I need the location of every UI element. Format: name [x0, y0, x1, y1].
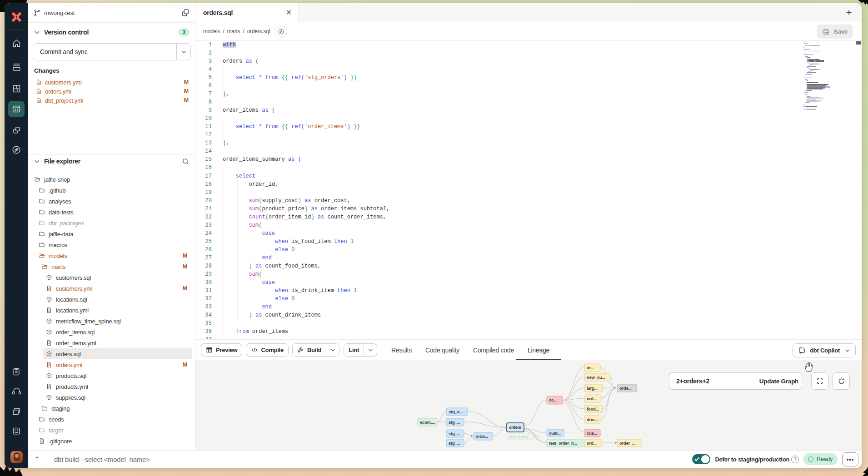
- svg-text:food...: food...: [587, 407, 599, 412]
- svg-text:order_...: order_...: [619, 441, 635, 446]
- svg-text:new_cu...: new_cu...: [587, 375, 605, 380]
- svg-text:or...: or...: [587, 365, 594, 370]
- svg-text:test_supply...: test_supply...: [510, 435, 531, 439]
- svg-text:ord...: ord...: [587, 441, 597, 446]
- svg-text:orde...: orde...: [476, 434, 488, 439]
- svg-text:orders: orders: [509, 425, 521, 430]
- svg-text:stg_...: stg_...: [449, 441, 460, 446]
- svg-text:larg...: larg...: [587, 386, 598, 391]
- svg-text:cus...: cus...: [587, 431, 597, 436]
- svg-text:stg_...: stg_...: [449, 431, 460, 436]
- svg-text:cust...: cust...: [549, 431, 561, 436]
- svg-text:stg_o...: stg_o...: [449, 409, 463, 414]
- svg-text:or...: or...: [549, 397, 556, 402]
- svg-text:drin...: drin...: [587, 417, 598, 422]
- svg-text:ord...: ord...: [587, 396, 597, 401]
- svg-text:ecom....: ecom....: [420, 420, 435, 425]
- svg-text:stg_...: stg_...: [449, 420, 460, 425]
- svg-text:test_order_it...: test_order_it...: [549, 441, 577, 446]
- svg-text:orde...: orde...: [619, 386, 632, 391]
